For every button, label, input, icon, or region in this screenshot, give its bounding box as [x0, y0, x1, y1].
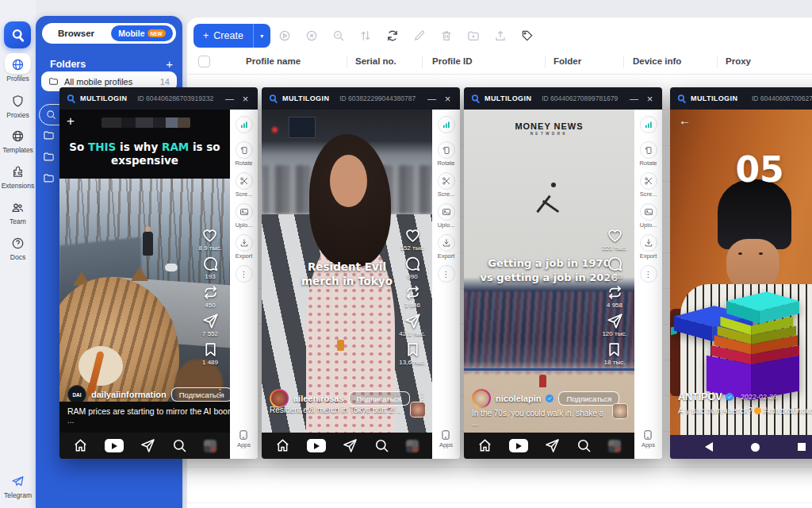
- like-button[interactable]: 8,9 тыс.: [199, 227, 222, 252]
- account-name[interactable]: nicolelapin: [496, 394, 541, 403]
- screenshot-button[interactable]: [236, 172, 253, 190]
- minimize-button[interactable]: —: [224, 94, 236, 103]
- sidebar-item-team[interactable]: Team: [0, 198, 36, 225]
- home-icon[interactable]: [73, 438, 88, 453]
- repost-button[interactable]: 450: [202, 284, 219, 309]
- share-plane-icon[interactable]: [140, 438, 155, 453]
- apps-button[interactable]: Apps: [439, 429, 453, 454]
- rail-more-button[interactable]: ⋮: [236, 265, 253, 283]
- window-titlebar[interactable]: MULTILOGIN ID 604406270899781679 — ×: [464, 87, 662, 110]
- column-folder[interactable]: Folder: [553, 56, 581, 66]
- rotate-button[interactable]: [438, 141, 455, 159]
- move-to-folder-button[interactable]: [460, 24, 487, 48]
- folder-icon[interactable]: [43, 172, 55, 184]
- signal-button[interactable]: [438, 116, 455, 133]
- column-profile-name[interactable]: Profile name: [246, 56, 301, 66]
- search-icon[interactable]: [374, 438, 389, 453]
- phone-screen[interactable]: Resident Evil merch in Tokyo 152 тыс. 99…: [262, 110, 432, 459]
- account-name[interactable]: aileen.rosas: [293, 394, 344, 403]
- sidebar-item-proxies[interactable]: Proxies: [0, 92, 36, 119]
- hashtag[interactable]: #кладкаблоков: [763, 406, 812, 415]
- export-button[interactable]: [236, 234, 253, 252]
- more-options-kebab[interactable]: ⋮: [216, 387, 224, 398]
- rail-more-button[interactable]: ⋮: [438, 265, 455, 283]
- upload-button[interactable]: [438, 203, 455, 221]
- column-serial-no[interactable]: Serial no.: [355, 56, 396, 66]
- comment-button[interactable]: 193: [202, 256, 219, 280]
- search-icon[interactable]: [172, 438, 187, 453]
- close-button[interactable]: ×: [644, 93, 656, 105]
- caption-more[interactable]: ...: [472, 418, 478, 427]
- folder-icon[interactable]: [43, 129, 55, 141]
- add-glyph[interactable]: +: [67, 114, 75, 129]
- screenshot-button[interactable]: [640, 172, 657, 190]
- app-logo[interactable]: [4, 21, 31, 48]
- share-button[interactable]: 42,1 тыс.: [399, 313, 425, 337]
- tags-button[interactable]: [514, 24, 541, 48]
- run-profile-button[interactable]: [271, 24, 298, 48]
- follow-button[interactable]: Подписаться: [558, 391, 619, 406]
- browser-tab[interactable]: Browser: [42, 23, 110, 44]
- audio-thumbnail[interactable]: [410, 402, 426, 418]
- select-all-checkbox[interactable]: [198, 56, 210, 67]
- column-proxy[interactable]: Proxy: [726, 56, 751, 66]
- upload-button[interactable]: [640, 203, 657, 221]
- reels-icon[interactable]: [509, 439, 528, 452]
- window-titlebar[interactable]: MULTILOGIN ID 603822299044380787 — ×: [262, 87, 460, 110]
- upload-button[interactable]: [236, 203, 253, 221]
- sidebar-item-profiles[interactable]: Profiles: [0, 56, 36, 83]
- profile-avatar[interactable]: [406, 440, 419, 452]
- search-icon[interactable]: [576, 438, 592, 453]
- save-button[interactable]: 1 489: [202, 341, 219, 366]
- minimize-button[interactable]: —: [426, 94, 438, 103]
- sidebar-item-telegram[interactable]: Telegram: [0, 472, 36, 499]
- phone-screen[interactable]: ← 05: [670, 110, 812, 459]
- column-profile-id[interactable]: Profile ID: [432, 56, 472, 66]
- mobile-tab[interactable]: Mobile NEW: [111, 25, 173, 41]
- reels-icon[interactable]: [105, 439, 124, 452]
- repost-button[interactable]: 3 846: [404, 284, 421, 309]
- phone-screen[interactable]: + So THIS is why RAM is so exspensive 8,…: [59, 110, 230, 459]
- account-name[interactable]: dailyaiinformation: [91, 390, 167, 399]
- more-options-kebab[interactable]: ⋮: [418, 391, 427, 402]
- sidebar-item-extensions[interactable]: Extensions: [0, 163, 36, 190]
- export-profiles-button[interactable]: [487, 24, 514, 48]
- like-button[interactable]: 152 тыс.: [400, 227, 424, 252]
- signal-button[interactable]: [236, 116, 253, 133]
- create-dropdown-caret[interactable]: ▾: [253, 24, 270, 48]
- share-plane-icon[interactable]: [545, 438, 560, 453]
- profile-avatar[interactable]: [204, 440, 216, 452]
- close-button[interactable]: ×: [442, 93, 454, 105]
- android-recents-icon[interactable]: [798, 443, 806, 451]
- apps-button[interactable]: Apps: [642, 429, 655, 454]
- export-button[interactable]: [438, 234, 455, 252]
- create-button[interactable]: + Create ▾: [193, 24, 270, 48]
- close-button[interactable]: ×: [239, 93, 251, 105]
- refresh-button[interactable]: [379, 24, 406, 48]
- account-name[interactable]: ANTIPOV: [678, 391, 722, 402]
- rail-more-button[interactable]: ⋮: [640, 265, 657, 283]
- window-titlebar[interactable]: MULTILOGIN ID 604406286703919232 — ×: [59, 87, 258, 110]
- avatar[interactable]: [472, 389, 491, 408]
- delete-button[interactable]: [433, 24, 460, 48]
- save-button[interactable]: 13,6 тыс.: [399, 341, 425, 366]
- audio-thumbnail[interactable]: [612, 403, 628, 419]
- rotate-button[interactable]: [236, 141, 253, 159]
- home-icon[interactable]: [477, 438, 492, 453]
- android-home-icon[interactable]: [751, 443, 760, 452]
- rotate-button[interactable]: [640, 141, 657, 159]
- like-button[interactable]: 221 тыс.: [602, 227, 626, 252]
- add-folder-button[interactable]: +: [166, 57, 173, 71]
- column-device-info[interactable]: Device info: [633, 56, 681, 66]
- back-arrow[interactable]: ←: [679, 114, 691, 127]
- share-button[interactable]: 7 552: [202, 313, 219, 337]
- reels-icon[interactable]: [307, 439, 326, 452]
- share-button[interactable]: 120 тыс.: [602, 313, 626, 337]
- window-titlebar[interactable]: MULTILOGIN ID 6044060670062756 — ×: [670, 87, 812, 110]
- comment-button[interactable]: 1 363: [607, 256, 623, 280]
- phone-screen[interactable]: MONEY NEWS NETWORK Getting a job in 1970…: [464, 110, 634, 459]
- comment-button[interactable]: 990: [404, 256, 421, 280]
- profile-avatar[interactable]: [608, 440, 621, 452]
- repost-button[interactable]: 4 958: [607, 284, 623, 309]
- signal-button[interactable]: [640, 116, 657, 133]
